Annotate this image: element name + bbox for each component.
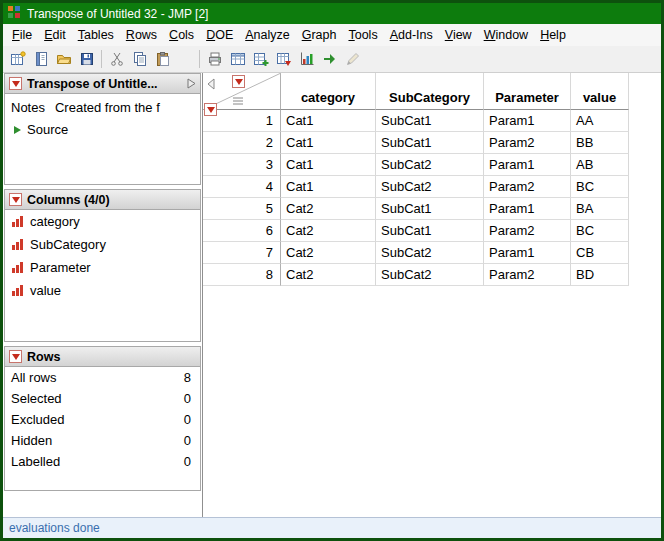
row-number[interactable]: 6	[203, 220, 281, 242]
new-journal-icon[interactable]	[29, 48, 52, 70]
source-row[interactable]: Source	[5, 115, 200, 137]
panel-expand-icon[interactable]	[187, 78, 196, 89]
table-cell[interactable]: Cat2	[281, 220, 376, 242]
menu-analyze[interactable]: Analyze	[239, 26, 295, 44]
nominal-column-icon	[11, 215, 24, 228]
menu-tools[interactable]: Tools	[342, 26, 383, 44]
menu-graph[interactable]: Graph	[296, 26, 343, 44]
row-number[interactable]: 3	[203, 154, 281, 176]
collapse-sidebar-icon[interactable]	[206, 76, 216, 94]
cut-icon[interactable]	[105, 48, 128, 70]
table-cell[interactable]: Cat2	[281, 242, 376, 264]
notes-label: Notes	[11, 100, 45, 115]
stat-all-rows[interactable]: All rows 8	[5, 367, 200, 388]
row-number[interactable]: 5	[203, 198, 281, 220]
column-item-subcategory[interactable]: SubCategory	[5, 233, 200, 256]
data-table-icon[interactable]	[226, 48, 249, 70]
table-cell[interactable]: Cat1	[281, 176, 376, 198]
menu-window[interactable]: Window	[478, 26, 534, 44]
column-header-value[interactable]: value	[571, 73, 629, 110]
menu-edit[interactable]: Edit	[38, 26, 72, 44]
table-cell[interactable]: Param1	[484, 110, 571, 132]
copy-icon[interactable]	[128, 48, 151, 70]
table-cell[interactable]: SubCat1	[376, 220, 484, 242]
jmp-app-icon[interactable]	[7, 5, 21, 23]
rows-red-triangle-menu[interactable]	[9, 350, 22, 363]
new-column-icon[interactable]	[249, 48, 272, 70]
table-cell[interactable]: BD	[571, 264, 629, 286]
new-data-table-icon[interactable]	[6, 48, 29, 70]
sidebar: Transpose of Untitle... NotesCreated fro…	[3, 73, 203, 517]
table-cell[interactable]: BC	[571, 176, 629, 198]
stat-hidden[interactable]: Hidden 0	[5, 430, 200, 451]
table-cell[interactable]: SubCat2	[376, 154, 484, 176]
menu-tables[interactable]: Tables	[72, 26, 120, 44]
table-cell[interactable]: SubCat2	[376, 242, 484, 264]
column-list-icon[interactable]	[232, 92, 244, 110]
menu-file[interactable]: File	[6, 26, 38, 44]
table-cell[interactable]: Param2	[484, 220, 571, 242]
table-cell[interactable]: Cat1	[281, 110, 376, 132]
table-cell[interactable]: SubCat2	[376, 176, 484, 198]
table-cell[interactable]: Cat1	[281, 132, 376, 154]
menu-doe[interactable]: DOE	[200, 26, 239, 44]
table-cell[interactable]: BC	[571, 220, 629, 242]
table-cell[interactable]: Param2	[484, 132, 571, 154]
save-icon[interactable]	[75, 48, 98, 70]
table-cell[interactable]: SubCat1	[376, 110, 484, 132]
table-cell[interactable]: SubCat1	[376, 132, 484, 154]
table-cell[interactable]: Param1	[484, 154, 571, 176]
status-bar: evaluations done	[3, 517, 661, 538]
table-cell[interactable]: Param1	[484, 242, 571, 264]
table-menu-icon[interactable]	[272, 48, 295, 70]
column-item-parameter[interactable]: Parameter	[5, 256, 200, 279]
table-cell[interactable]: AB	[571, 154, 629, 176]
table-cell[interactable]: Param2	[484, 264, 571, 286]
title-bar[interactable]: Transpose of Untitled 32 - JMP [2]	[3, 3, 661, 24]
row-number[interactable]: 8	[203, 264, 281, 286]
table-cell[interactable]: Param2	[484, 176, 571, 198]
column-header-category[interactable]: category	[281, 73, 376, 110]
table-red-triangle-menu[interactable]	[9, 77, 22, 90]
rows-corner-red-triangle-menu[interactable]	[204, 103, 217, 116]
column-item-label: value	[30, 283, 61, 298]
chart-icon[interactable]	[295, 48, 318, 70]
table-cell[interactable]: SubCat1	[376, 198, 484, 220]
paste-icon[interactable]	[151, 48, 174, 70]
run-script-icon[interactable]	[318, 48, 341, 70]
columns-corner-red-triangle-menu[interactable]	[232, 75, 245, 88]
menu-cols[interactable]: Cols	[163, 26, 200, 44]
nominal-column-icon	[11, 284, 24, 297]
stat-selected[interactable]: Selected 0	[5, 388, 200, 409]
columns-panel: Columns (4/0) category SubCategory Param…	[4, 189, 201, 342]
column-header-parameter[interactable]: Parameter	[484, 73, 571, 110]
table-row: 8 Cat2 SubCat2 Param2 BD	[203, 264, 661, 286]
table-cell[interactable]: Cat2	[281, 264, 376, 286]
open-icon[interactable]	[52, 48, 75, 70]
stat-excluded[interactable]: Excluded 0	[5, 409, 200, 430]
table-cell[interactable]: AA	[571, 110, 629, 132]
menu-help[interactable]: Help	[534, 26, 572, 44]
stat-labelled[interactable]: Labelled 0	[5, 451, 200, 472]
notes-value: Created from the f	[55, 100, 160, 115]
notes-row[interactable]: NotesCreated from the f	[5, 94, 200, 115]
table-cell[interactable]: Param1	[484, 198, 571, 220]
columns-red-triangle-menu[interactable]	[9, 193, 22, 206]
menu-rows[interactable]: Rows	[120, 26, 163, 44]
column-header-subcategory[interactable]: SubCategory	[376, 73, 484, 110]
row-number[interactable]: 7	[203, 242, 281, 264]
column-item-category[interactable]: category	[5, 210, 200, 233]
table-cell[interactable]: BB	[571, 132, 629, 154]
table-cell[interactable]: BA	[571, 198, 629, 220]
columns-panel-title: Columns (4/0)	[27, 193, 196, 207]
table-cell[interactable]: CB	[571, 242, 629, 264]
row-number[interactable]: 2	[203, 132, 281, 154]
print-icon[interactable]	[203, 48, 226, 70]
table-cell[interactable]: Cat2	[281, 198, 376, 220]
table-cell[interactable]: Cat1	[281, 154, 376, 176]
menu-addins[interactable]: Add-Ins	[384, 26, 439, 44]
row-number[interactable]: 4	[203, 176, 281, 198]
menu-view[interactable]: View	[439, 26, 478, 44]
column-item-value[interactable]: value	[5, 279, 200, 302]
table-cell[interactable]: SubCat2	[376, 264, 484, 286]
